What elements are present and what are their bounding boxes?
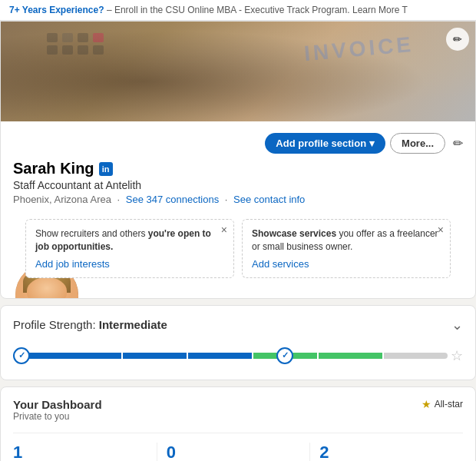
seg1 <box>25 353 121 359</box>
add-section-label: Add profile section <box>276 138 366 149</box>
seg4: ✓ <box>253 353 317 359</box>
add-profile-section-button[interactable]: Add profile section ▾ <box>265 133 385 154</box>
banner-link[interactable]: 7+ Years Experience? <box>9 5 104 15</box>
add-services-link[interactable]: Add services <box>252 258 309 270</box>
top-banner: 7+ Years Experience? – Enroll in the CSU… <box>0 0 476 21</box>
dashboard-header: Your Dashboard Private to you ★ All-star <box>13 398 463 431</box>
seg6 <box>384 353 448 359</box>
strength-title: Profile Strength: Intermediate <box>13 318 167 331</box>
stat-article-views[interactable]: 0 Article views <box>157 443 311 461</box>
stats-row: 1 Who's viewed your profile 0 Article vi… <box>13 433 463 461</box>
banner-text: – Enroll in the CSU Online MBA - Executi… <box>107 5 408 15</box>
add-job-interests-link[interactable]: Add job interests <box>35 258 110 270</box>
more-button[interactable]: More... <box>390 133 445 154</box>
profile-strength-card: Profile Strength: Intermediate ⌄ ✓ ✓ ☆ <box>0 305 476 380</box>
profile-card: INVOICE ✏ ✓ Add profile section <box>0 21 476 299</box>
allstar-label: All-star <box>435 399 463 410</box>
cover-photo: INVOICE ✏ <box>1 22 475 121</box>
services-card: × Showcase services you offer as a freel… <box>242 219 451 278</box>
seg5 <box>319 353 382 359</box>
job-interests-close-button[interactable]: × <box>221 224 227 235</box>
strength-header: Profile Strength: Intermediate ⌄ <box>13 317 463 333</box>
action-buttons: Add profile section ▾ More... ✏ <box>265 133 466 154</box>
contact-info-link[interactable]: See contact info <box>233 194 305 205</box>
dashboard-title: Your Dashboard <box>13 398 102 411</box>
dashboard-subtitle: Private to you <box>13 411 102 422</box>
stat-search-appearances[interactable]: 2 Search appearances <box>310 443 463 461</box>
search-appearances-number: 2 <box>319 443 454 461</box>
check-mid-icon: ✓ <box>276 347 293 364</box>
notification-cards: × Show recruiters and others you're open… <box>13 213 463 289</box>
profile-title: Staff Accountant at Antelith <box>13 179 463 191</box>
allstar-badge: ★ All-star <box>421 398 463 410</box>
services-text: Showcase services you offer as a freelan… <box>252 227 441 254</box>
profile-name: Sarah King <box>13 160 94 177</box>
seg2 <box>123 353 187 359</box>
services-close-button[interactable]: × <box>438 224 444 235</box>
dropdown-arrow-icon: ▾ <box>369 138 375 149</box>
edit-profile-button[interactable]: ✏ <box>450 133 466 154</box>
seg3 <box>188 353 252 359</box>
stat-profile-views[interactable]: 1 Who's viewed your profile <box>13 443 157 461</box>
linkedin-badge-icon: in <box>99 162 113 176</box>
strength-collapse-icon[interactable]: ⌄ <box>451 317 463 333</box>
profile-location: Phoenix, Arizona Area · See 347 connecti… <box>13 194 463 205</box>
edit-cover-button[interactable]: ✏ <box>446 28 469 51</box>
job-interests-card: × Show recruiters and others you're open… <box>25 219 234 278</box>
connections-link[interactable]: See 347 connections <box>126 194 219 205</box>
profile-views-number: 1 <box>13 443 147 461</box>
check-start-icon: ✓ <box>13 347 30 364</box>
progress-bar-area: ✓ ✓ ☆ <box>13 343 463 369</box>
star-end-icon: ☆ <box>451 347 463 364</box>
article-views-number: 0 <box>167 443 301 461</box>
dashboard-card: Your Dashboard Private to you ★ All-star… <box>0 386 476 461</box>
progress-track: ✓ <box>25 353 448 359</box>
job-interests-text: Show recruiters and others you're open t… <box>35 227 224 254</box>
allstar-star-icon: ★ <box>421 398 431 410</box>
